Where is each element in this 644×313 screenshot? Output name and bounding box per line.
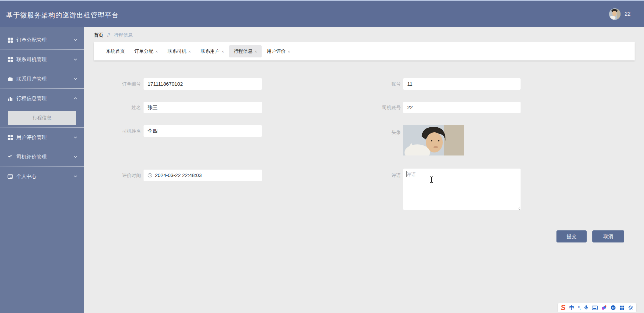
app-root: 基于微服务架构的巡游出租管理平台 22 订单分配管理 联系司机管理: [0, 0, 644, 313]
sidebar-item-contact-driver[interactable]: 联系司机管理: [0, 50, 84, 69]
sidebar-item-order-allocation[interactable]: 订单分配管理: [0, 30, 84, 50]
comment-label: 评语: [351, 170, 401, 181]
tab-label: 联系用户: [201, 48, 219, 54]
sidebar-item-contact-user[interactable]: 联系用户管理: [0, 69, 84, 89]
breadcrumb-home[interactable]: 首页: [94, 32, 103, 38]
chevron-down-icon: [73, 154, 78, 159]
comment-textarea[interactable]: [403, 169, 521, 210]
tab-label: 用户评价: [267, 48, 285, 54]
user-avatar[interactable]: [609, 8, 621, 20]
sidebar-item-label: 联系司机管理: [16, 56, 47, 63]
breadcrumb-separator: //: [107, 32, 110, 38]
tab-bar: 系统首页 订单分配 × 联系司机 × 联系用户 × 行程信息 × 用户评价 ×: [94, 42, 635, 60]
chevron-up-icon: [73, 96, 78, 101]
account-label: 账号: [351, 78, 401, 90]
sidebar-item-label: 司机评价管理: [16, 154, 47, 160]
driver-name-field[interactable]: 李四: [144, 125, 262, 137]
close-icon[interactable]: ×: [255, 49, 257, 54]
name-field[interactable]: 张三: [144, 102, 262, 113]
name-label: 姓名: [91, 102, 141, 113]
avatar-photo-label: 头像: [351, 127, 401, 138]
sogou-logo-icon[interactable]: S: [561, 304, 566, 311]
driver-account-field[interactable]: 22: [403, 102, 521, 113]
eval-time-field[interactable]: 2024-03-22 22:48:03: [144, 170, 262, 181]
microphone-icon[interactable]: [584, 305, 588, 310]
tab-order-allocation[interactable]: 订单分配 ×: [130, 45, 163, 57]
sidebar-item-label: 联系用户管理: [16, 76, 47, 82]
send-icon: [7, 154, 13, 160]
main-content: 首页 // 行程信息 系统首页 订单分配 × 联系司机 × 联系用户 × 行程信…: [84, 27, 644, 313]
sidebar-item-driver-evaluation[interactable]: 司机评价管理: [0, 147, 84, 167]
sidebar: 订单分配管理 联系司机管理 联系用户管理 行程信息管理 行程信息 用户评价管理: [0, 27, 84, 313]
apps-grid-icon[interactable]: [620, 305, 625, 310]
chevron-down-icon: [73, 135, 78, 140]
grid-icon: [7, 37, 13, 43]
tab-system-home[interactable]: 系统首页: [101, 45, 129, 57]
tab-label: 行程信息: [234, 48, 253, 54]
chevron-down-icon: [73, 38, 78, 42]
text-caret: [406, 171, 407, 177]
keyboard-icon[interactable]: [592, 306, 598, 310]
sidebar-item-user-evaluation[interactable]: 用户评价管理: [0, 128, 84, 147]
order-no-field[interactable]: 1711118670102: [144, 78, 262, 90]
briefcase-icon: [7, 76, 13, 82]
close-icon[interactable]: ×: [155, 49, 158, 54]
header-bar: 基于微服务架构的巡游出租管理平台 22: [0, 0, 644, 27]
tab-user-evaluation[interactable]: 用户评价 ×: [262, 45, 295, 57]
tab-contact-user[interactable]: 联系用户 ×: [196, 45, 229, 57]
sidebar-item-label: 用户评价管理: [16, 134, 47, 141]
close-icon[interactable]: ×: [287, 49, 290, 54]
tab-label: 订单分配: [135, 48, 153, 54]
chevron-down-icon: [73, 174, 78, 179]
sidebar-item-label: 个人中心: [16, 173, 37, 180]
close-icon[interactable]: ×: [189, 49, 191, 54]
driver-name-label: 司机姓名: [91, 125, 141, 137]
tab-contact-driver[interactable]: 联系司机 ×: [163, 45, 196, 57]
breadcrumb: 首页 // 行程信息: [94, 32, 133, 38]
clock-icon: [148, 173, 152, 178]
tab-label: 联系司机: [168, 48, 186, 54]
page-title: 基于微服务架构的巡游出租管理平台: [6, 1, 119, 28]
grid-icon: [7, 57, 13, 62]
settings-gear-icon[interactable]: [628, 305, 633, 310]
order-no-label: 订单编号: [91, 78, 141, 90]
sidebar-item-trip-info[interactable]: 行程信息管理: [0, 89, 84, 108]
chevron-down-icon: [73, 57, 78, 62]
driver-avatar-photo[interactable]: [403, 125, 464, 155]
sidebar-item-personal-center[interactable]: 个人中心: [0, 167, 84, 186]
tab-label: 系统首页: [106, 48, 125, 54]
sidebar-subitem-trip-info[interactable]: 行程信息: [8, 111, 76, 125]
emoji-face-icon[interactable]: [610, 305, 616, 310]
sidebar-submenu: 行程信息: [0, 108, 84, 128]
cancel-button[interactable]: 取消: [592, 230, 624, 242]
driver-account-label: 司机账号: [351, 102, 401, 113]
eval-time-label: 评价时间: [91, 170, 141, 181]
sidebar-item-label: 行程信息管理: [16, 95, 47, 102]
tab-trip-info[interactable]: 行程信息 ×: [229, 45, 262, 57]
eval-time-value: 2024-03-22 22:48:03: [155, 172, 202, 178]
close-icon[interactable]: ×: [221, 49, 224, 54]
account-field[interactable]: 11: [403, 78, 521, 90]
breadcrumb-current: 行程信息: [114, 32, 133, 38]
submit-button[interactable]: 提交: [556, 230, 587, 242]
punctuation-icon[interactable]: °,: [578, 305, 580, 310]
chevron-down-icon: [73, 77, 78, 81]
header-user-area[interactable]: 22: [609, 1, 631, 28]
ime-toolbar[interactable]: S 中 °,: [557, 303, 637, 312]
skin-icon[interactable]: [601, 305, 607, 310]
username-label: 22: [625, 11, 631, 17]
card-icon: [7, 174, 13, 179]
bar-chart-icon: [7, 96, 13, 101]
chinese-mode-icon[interactable]: 中: [569, 305, 574, 311]
grid-icon: [7, 135, 13, 140]
sidebar-item-label: 订单分配管理: [16, 37, 47, 43]
